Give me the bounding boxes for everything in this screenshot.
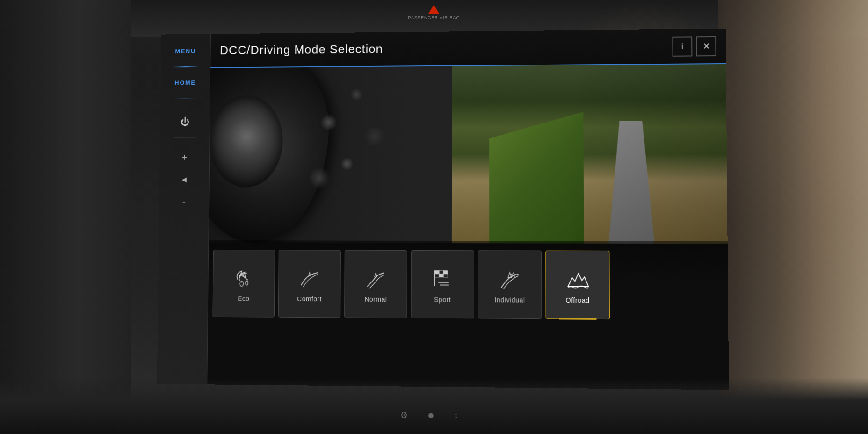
left-dashboard-panel — [0, 0, 131, 434]
normal-label: Normal — [364, 296, 387, 303]
offroad-label: Offroad — [566, 297, 590, 304]
hazard-indicator-area: PASSENGER AIR BAG — [408, 5, 460, 20]
menu-button[interactable]: MENU — [171, 43, 201, 59]
main-screen: DCC/Driving Mode Selection i ✕ — [207, 29, 729, 390]
sport-label: Sport — [434, 296, 451, 303]
passenger-airbag-label: PASSENGER AIR BAG — [408, 15, 460, 20]
mode-eco-button[interactable]: Eco — [212, 250, 275, 318]
bottom-control-1[interactable]: ⚙ — [400, 410, 408, 420]
eco-icon — [231, 265, 256, 290]
svg-rect-7 — [443, 274, 448, 277]
individual-icon — [497, 266, 523, 292]
mode-comfort-button[interactable]: Comfort — [278, 250, 341, 318]
right-dashboard-panel — [718, 0, 868, 434]
bottom-control-2[interactable]: ☻ — [427, 411, 435, 420]
mode-normal-button[interactable]: Normal — [344, 250, 407, 318]
home-button[interactable]: HOME — [170, 75, 201, 91]
eco-label: Eco — [238, 295, 249, 302]
screen-title: DCC/Driving Mode Selection — [220, 39, 673, 58]
sidebar-divider-3 — [174, 137, 196, 138]
sidebar-divider-2 — [174, 98, 196, 98]
car-interior: PASSENGER AIR BAG MENU HOME ⏻ + ◄ - DCC/… — [0, 0, 868, 434]
svg-rect-5 — [439, 274, 443, 277]
hero-image-area — [209, 64, 727, 244]
hazard-triangle-icon — [428, 5, 440, 14]
volume-up-button[interactable]: + — [177, 147, 192, 168]
header-buttons: i ✕ — [672, 36, 716, 56]
panel-texture — [0, 0, 131, 434]
info-button[interactable]: i — [672, 36, 692, 56]
svg-rect-3 — [439, 270, 443, 274]
sidebar-divider-1 — [172, 66, 199, 67]
sidebar-controls: MENU HOME ⏻ + ◄ - — [157, 34, 211, 385]
normal-icon — [363, 265, 389, 291]
svg-rect-4 — [435, 274, 439, 277]
bottom-dashboard-area: ⚙ ☻ ↕ — [0, 378, 868, 434]
bottom-control-3[interactable]: ↕ — [454, 411, 458, 420]
sport-icon — [430, 265, 456, 291]
close-button[interactable]: ✕ — [696, 36, 716, 56]
image-overlay — [209, 64, 727, 244]
mode-individual-button[interactable]: Individual — [478, 250, 542, 319]
offroad-icon — [564, 266, 591, 292]
bottom-controls: ⚙ ☻ ↕ — [94, 397, 765, 434]
svg-rect-2 — [435, 270, 439, 274]
svg-rect-6 — [443, 270, 448, 274]
driving-modes-area: Eco Comfort — [207, 240, 729, 390]
comfort-label: Comfort — [297, 295, 322, 303]
volume-down-button[interactable]: - — [178, 192, 190, 213]
mode-offroad-button[interactable]: Offroad — [545, 251, 610, 319]
screen-header: DCC/Driving Mode Selection i ✕ — [210, 29, 726, 68]
back-button[interactable]: ◄ — [175, 170, 193, 189]
power-button[interactable]: ⏻ — [175, 111, 195, 133]
comfort-icon — [297, 265, 323, 290]
mode-sport-button[interactable]: Sport — [411, 250, 474, 318]
individual-label: Individual — [495, 296, 525, 304]
screen-container: MENU HOME ⏻ + ◄ - DCC/Driving Mode Selec… — [157, 29, 729, 390]
